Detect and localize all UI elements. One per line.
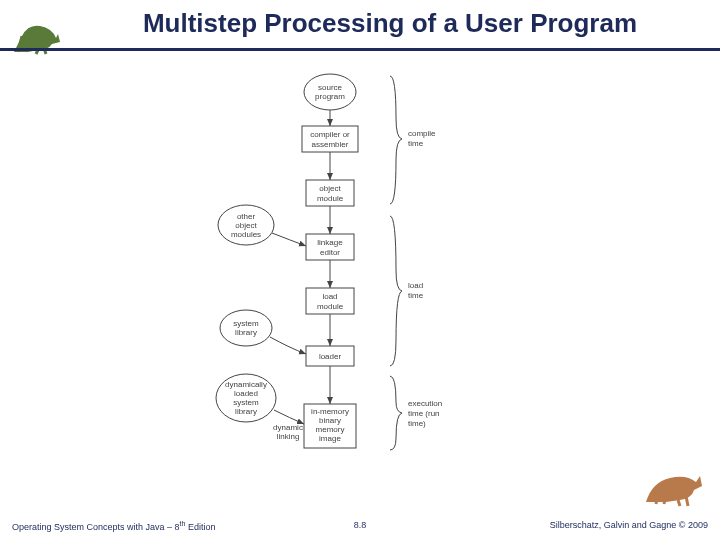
- mem-l3: memory: [316, 425, 345, 434]
- dyn-l3: system: [233, 398, 259, 407]
- loadmod-l2: module: [317, 302, 344, 311]
- slide-footer: Operating System Concepts with Java – 8t…: [0, 520, 720, 532]
- footer-left-prefix: Operating System Concepts with Java – 8: [12, 522, 180, 532]
- loadmod-l1: load: [322, 292, 337, 301]
- loader-l1: loader: [319, 352, 342, 361]
- brace-exec-l3: time): [408, 419, 426, 428]
- mem-l1: in-memory: [311, 407, 349, 416]
- dino-icon-bottom-right: [642, 462, 706, 508]
- arrow: [272, 233, 306, 246]
- slide-title: Multistep Processing of a User Program: [0, 8, 720, 39]
- linkage-l2: editor: [320, 248, 340, 257]
- footer-left-suffix: Edition: [185, 522, 215, 532]
- syslib-l2: library: [235, 328, 257, 337]
- diagram-svg: source program compiler or assembler obj…: [210, 70, 510, 490]
- brace-execution-time: [390, 376, 402, 450]
- dyn-l1: dynamically: [225, 380, 267, 389]
- linkage-l1: linkage: [317, 238, 343, 247]
- footer-right: Silberschatz, Galvin and Gagne © 2009: [550, 520, 708, 532]
- brace-load-time: [390, 216, 402, 366]
- objmod-l2: module: [317, 194, 344, 203]
- node-source-line1: source: [318, 83, 343, 92]
- syslib-l1: system: [233, 319, 259, 328]
- arrow: [270, 337, 306, 354]
- brace-exec-l1: execution: [408, 399, 442, 408]
- brace-load-l1: load: [408, 281, 423, 290]
- compiler-l2: assembler: [312, 140, 349, 149]
- slide-header: Multistep Processing of a User Program: [0, 8, 720, 39]
- brace-exec-l2: time (run: [408, 409, 440, 418]
- other-l3: modules: [231, 230, 261, 239]
- dyn-l2: loaded: [234, 389, 258, 398]
- mem-l4: image: [319, 434, 341, 443]
- header-rule: [0, 48, 720, 51]
- arrow: [274, 410, 304, 424]
- brace-load-l2: time: [408, 291, 424, 300]
- processing-diagram: source program compiler or assembler obj…: [210, 70, 510, 490]
- dynlink-l2: linking: [277, 432, 300, 441]
- brace-compile-l2: time: [408, 139, 424, 148]
- other-l2: object: [235, 221, 257, 230]
- brace-compile-l1: compile: [408, 129, 436, 138]
- dynlink-l1: dynamic: [273, 423, 303, 432]
- footer-center: 8.8: [354, 520, 367, 530]
- mem-l2: binary: [319, 416, 341, 425]
- objmod-l1: object: [319, 184, 341, 193]
- brace-compile-time: [390, 76, 402, 204]
- footer-left: Operating System Concepts with Java – 8t…: [12, 520, 215, 532]
- dyn-l4: library: [235, 407, 257, 416]
- compiler-l1: compiler or: [310, 130, 350, 139]
- node-source-line2: program: [315, 92, 345, 101]
- other-l1: other: [237, 212, 256, 221]
